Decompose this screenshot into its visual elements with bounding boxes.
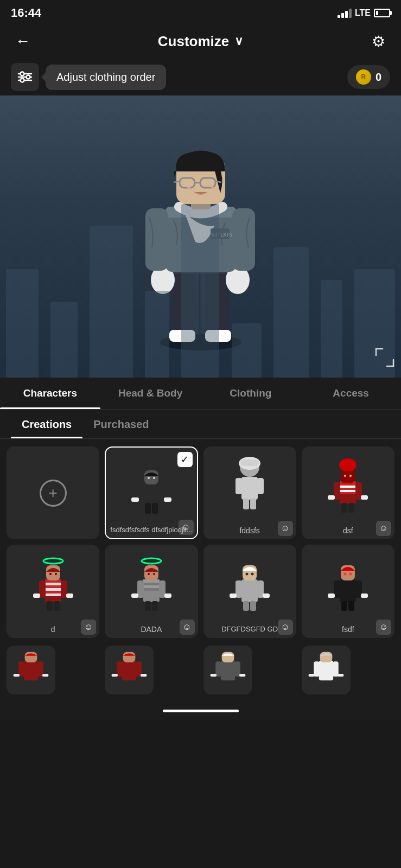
avatar-card-1[interactable]: ✓ ☺ fsdfsdfsfsdfs dfsdfjpiodjii... xyxy=(105,446,198,539)
tab-head-body[interactable]: Head & Body xyxy=(100,378,201,409)
svg-point-103 xyxy=(251,573,254,576)
svg-rect-89 xyxy=(145,601,151,611)
battery-icon xyxy=(374,9,390,17)
svg-rect-95 xyxy=(164,593,171,598)
svg-rect-80 xyxy=(66,593,73,598)
toolbar: Adjust clothing order R 0 xyxy=(0,59,401,95)
avatar-card-11[interactable] xyxy=(302,646,351,694)
svg-rect-69 xyxy=(45,588,61,591)
home-bar xyxy=(163,710,239,712)
subtab-creations[interactable]: Creations xyxy=(11,410,82,438)
tab-clothing[interactable]: Clothing xyxy=(201,378,301,409)
add-new-card[interactable]: + xyxy=(7,446,99,539)
svg-point-60 xyxy=(344,475,346,477)
svg-rect-84 xyxy=(143,583,160,585)
svg-rect-124 xyxy=(136,661,142,676)
avatar-card-2[interactable]: ☺ fddsfs xyxy=(203,446,296,539)
avatar-preview: NITLKTS xyxy=(0,95,401,378)
svg-point-112 xyxy=(344,572,347,575)
face-button-3[interactable]: ☺ xyxy=(376,521,391,536)
svg-rect-104 xyxy=(230,593,237,598)
svg-rect-139 xyxy=(338,674,343,676)
svg-rect-118 xyxy=(37,661,43,676)
svg-rect-63 xyxy=(361,495,368,500)
avatar-card-3[interactable]: ☺ dsf xyxy=(302,446,394,539)
mini-avatar-6 xyxy=(225,553,274,613)
avatar-card-6[interactable]: ☺ DFGFDSGFD GD xyxy=(203,545,296,637)
svg-rect-134 xyxy=(319,660,333,680)
svg-rect-70 xyxy=(45,591,61,593)
avatar-card-7[interactable]: ☺ fsdf xyxy=(302,545,394,637)
svg-rect-30 xyxy=(143,482,160,504)
face-button-5[interactable]: ☺ xyxy=(180,620,195,635)
avatar-card-8[interactable] xyxy=(7,646,55,694)
svg-rect-67 xyxy=(45,583,61,585)
mini-avatar-4 xyxy=(29,553,78,613)
expand-icon xyxy=(375,348,394,367)
svg-rect-106 xyxy=(340,579,356,602)
clothing-order-tooltip: Adjust clothing order xyxy=(46,65,166,90)
svg-point-78 xyxy=(55,573,57,575)
svg-point-1 xyxy=(21,72,24,76)
lte-label: LTE xyxy=(355,8,371,18)
card-image-6 xyxy=(203,545,296,622)
back-button[interactable]: ← xyxy=(11,29,35,53)
face-button-1[interactable]: ☺ xyxy=(179,520,194,535)
settings-button[interactable]: ⚙ xyxy=(366,29,390,53)
svg-rect-138 xyxy=(308,674,314,676)
svg-rect-130 xyxy=(234,661,240,676)
status-icons: LTE xyxy=(338,8,390,18)
tooltip-text: Adjust clothing order xyxy=(56,71,155,83)
mini-avatar-3 xyxy=(323,455,372,515)
mini-avatar-7 xyxy=(323,553,372,613)
tab-access[interactable]: Access xyxy=(301,378,401,409)
selected-checkmark: ✓ xyxy=(177,452,193,467)
face-button-4[interactable]: ☺ xyxy=(81,620,96,635)
chevron-down-icon[interactable]: ∨ xyxy=(234,34,243,48)
svg-rect-32 xyxy=(158,483,165,501)
avatar-grid: + ✓ ☺ fsdfsdfsfsdfs dfsdfjpiodjii... xyxy=(0,439,401,646)
avatar-card-5[interactable]: ☺ DADA xyxy=(105,545,198,637)
tab-characters[interactable]: Characters xyxy=(0,378,100,409)
svg-rect-68 xyxy=(45,585,61,588)
add-icon: + xyxy=(40,480,67,507)
face-button-7[interactable]: ☺ xyxy=(376,620,391,635)
svg-rect-114 xyxy=(328,593,335,598)
mini-avatar-10 xyxy=(203,651,252,689)
sub-tabs: Creations Purchased xyxy=(0,410,401,439)
svg-point-36 xyxy=(148,477,150,479)
svg-rect-116 xyxy=(24,660,38,680)
svg-rect-86 xyxy=(143,588,160,591)
mini-avatar-1 xyxy=(127,455,176,515)
subtab-purchased[interactable]: Purchased xyxy=(82,410,160,438)
mini-avatar-5 xyxy=(127,553,176,613)
card-image-5 xyxy=(105,545,198,621)
card-image-7 xyxy=(302,545,394,621)
svg-rect-127 xyxy=(141,674,147,676)
status-time: 16:44 xyxy=(11,6,41,20)
avatar-card-9[interactable] xyxy=(105,646,154,694)
svg-rect-71 xyxy=(45,593,61,596)
expand-button[interactable] xyxy=(375,348,394,371)
svg-rect-51 xyxy=(340,488,356,490)
svg-rect-91 xyxy=(144,565,158,580)
avatar-card-10[interactable] xyxy=(203,646,252,694)
robux-badge[interactable]: R 0 xyxy=(347,65,390,89)
svg-rect-110 xyxy=(348,601,354,611)
mini-avatar-2 xyxy=(225,455,274,515)
svg-point-59 xyxy=(339,458,357,471)
svg-rect-44 xyxy=(235,478,242,494)
svg-rect-99 xyxy=(243,601,249,611)
filter-button[interactable] xyxy=(11,63,39,91)
face-button-2[interactable]: ☺ xyxy=(278,521,293,536)
avatar-card-4[interactable]: ☺ d xyxy=(7,545,99,637)
svg-rect-42 xyxy=(240,459,259,466)
card-image-4 xyxy=(7,545,99,621)
home-indicator xyxy=(0,702,401,720)
svg-rect-31 xyxy=(138,483,144,501)
svg-rect-33 xyxy=(145,503,151,514)
face-button-6[interactable]: ☺ xyxy=(278,620,293,635)
robux-coin-icon: R xyxy=(356,69,371,85)
mini-avatar-11 xyxy=(302,651,351,689)
svg-rect-45 xyxy=(257,478,264,494)
